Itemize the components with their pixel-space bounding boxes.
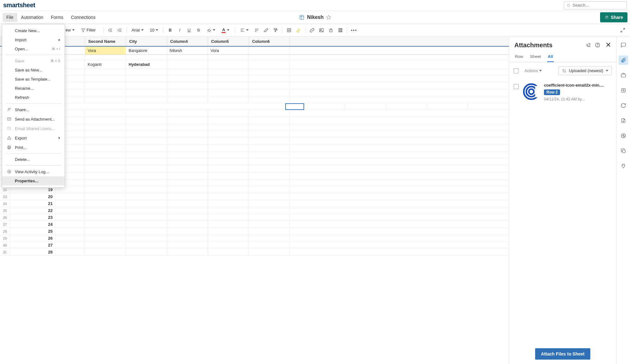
attachment-row-badge[interactable]: Row 2 (544, 89, 560, 95)
brandfolder-rail-button[interactable] (619, 86, 628, 95)
menu-email-shared-users[interactable]: Email Shared Users... (2, 124, 65, 133)
borders-button[interactable] (285, 26, 293, 34)
table-row[interactable]: 3128 (0, 249, 509, 256)
proofs-rail-button[interactable] (619, 71, 628, 80)
cell[interactable]: Koganti (85, 60, 126, 68)
cell[interactable] (249, 55, 290, 60)
cell[interactable]: 28 (10, 249, 55, 255)
table-row[interactable] (0, 145, 509, 152)
table-row[interactable]: 2320 (0, 193, 509, 200)
cell[interactable]: 22 (10, 207, 55, 214)
menu-forms[interactable]: Forms (47, 13, 67, 22)
tab-sheet[interactable]: Sheet (529, 52, 541, 62)
font-size-dropdown[interactable]: 10 (147, 26, 161, 34)
menu-save-as-new[interactable]: Save as New... (2, 65, 65, 75)
menu-save-as-template[interactable]: Save as Template... (2, 75, 65, 84)
table-row[interactable] (0, 179, 509, 186)
table-row[interactable] (0, 110, 509, 117)
menu-print[interactable]: Print... (2, 143, 65, 152)
menu-share[interactable]: Share... (2, 105, 65, 114)
attachments-rail-button[interactable] (619, 55, 628, 65)
select-all-checkbox[interactable] (514, 68, 519, 73)
table-row[interactable] (0, 117, 509, 124)
cell[interactable]: Nikesh (167, 47, 208, 54)
strike-button[interactable]: S (194, 26, 203, 34)
selected-cell[interactable] (285, 103, 304, 110)
table-row[interactable] (0, 55, 509, 60)
cell[interactable]: 23 (10, 214, 55, 221)
share-button[interactable]: Share (600, 12, 627, 22)
menu-refresh[interactable]: Refresh (2, 93, 65, 102)
search-input[interactable] (573, 3, 624, 8)
table-row[interactable]: 2421 (0, 200, 509, 207)
cell[interactable]: 20 (10, 193, 55, 200)
align-button[interactable] (237, 26, 251, 34)
format-paint-button[interactable] (271, 26, 280, 34)
table-row[interactable]: 2926 (0, 235, 509, 242)
more-button[interactable]: ••• (350, 26, 358, 34)
table-row[interactable] (0, 76, 509, 82)
tab-all[interactable]: All (547, 52, 554, 62)
table-row[interactable] (0, 124, 509, 131)
menu-activity-log[interactable]: View Activity Log... (2, 167, 65, 176)
column-header[interactable]: City (126, 37, 167, 46)
attachment-item[interactable]: coefficient-icon-email2x-min.... Row 2 0… (509, 79, 616, 105)
cell[interactable] (167, 55, 208, 60)
announce-icon[interactable] (586, 42, 592, 48)
grid-area[interactable]: Second Name City Column4 Column5 Column6… (0, 37, 509, 364)
table-row[interactable] (0, 138, 509, 145)
cell[interactable] (126, 55, 167, 60)
cell[interactable] (249, 47, 290, 54)
menu-save[interactable]: Save⌘ + S (2, 56, 65, 65)
filter-button[interactable]: Filter (78, 26, 98, 34)
expand-button[interactable] (619, 26, 627, 34)
table-row[interactable]: 2623 (0, 214, 509, 221)
cell[interactable]: 24 (10, 221, 55, 228)
column-header[interactable]: Column4 (167, 37, 208, 46)
menu-connections[interactable]: Connections (67, 13, 99, 22)
cell[interactable]: 27 (10, 242, 55, 248)
summary-rail-button[interactable] (619, 146, 628, 156)
menu-send-attachment[interactable]: Send as Attachment... (2, 114, 65, 124)
underline-button[interactable]: U (185, 26, 193, 34)
table-row[interactable]: Koganti Hyderabad (0, 60, 509, 69)
text-color-button[interactable]: A (219, 26, 232, 34)
table-row[interactable] (0, 82, 509, 89)
view-dropdown[interactable]: ew (63, 26, 77, 34)
cell[interactable]: Bangalore (126, 47, 167, 54)
cell[interactable] (208, 55, 249, 60)
table-row[interactable]: 3027 (0, 242, 509, 249)
menu-create-new[interactable]: Create New... (2, 26, 65, 35)
cell[interactable] (208, 60, 249, 68)
bold-button[interactable]: B (166, 26, 174, 34)
cell[interactable]: 26 (10, 235, 55, 242)
cell[interactable]: 21 (10, 200, 55, 207)
star-icon[interactable] (326, 15, 331, 20)
cell[interactable] (85, 55, 126, 60)
sort-dropdown[interactable]: Uploaded (newest) (558, 66, 612, 75)
link-button[interactable] (308, 26, 316, 34)
cell[interactable]: Vora (85, 47, 126, 54)
attach-files-button[interactable]: Attach Files to Sheet (535, 348, 590, 360)
menu-properties[interactable]: Properties... (2, 176, 65, 185)
table-row[interactable] (0, 173, 509, 179)
outdent-button[interactable] (106, 26, 114, 34)
table-row[interactable] (0, 159, 509, 166)
clear-format-button[interactable] (262, 26, 270, 34)
close-button[interactable]: ✕ (605, 41, 611, 49)
column-settings-button[interactable] (336, 26, 344, 34)
table-row[interactable]: 2219 (0, 186, 509, 193)
actions-dropdown[interactable]: Actions (522, 67, 544, 74)
fill-color-button[interactable] (204, 26, 218, 34)
column-header[interactable]: Column6 (249, 37, 290, 46)
table-row[interactable] (0, 131, 509, 138)
menu-automation[interactable]: Automation (17, 13, 47, 22)
cell[interactable]: Vora (208, 47, 249, 54)
image-button[interactable] (317, 26, 326, 34)
table-row[interactable]: 2825 (0, 228, 509, 235)
table-row[interactable]: 2724 (0, 221, 509, 228)
table-row[interactable] (0, 96, 509, 103)
table-row[interactable]: Vora Bangalore Nikesh Vora (0, 47, 509, 55)
column-header[interactable]: Second Name (85, 37, 126, 46)
font-dropdown[interactable]: Arial (129, 26, 146, 34)
